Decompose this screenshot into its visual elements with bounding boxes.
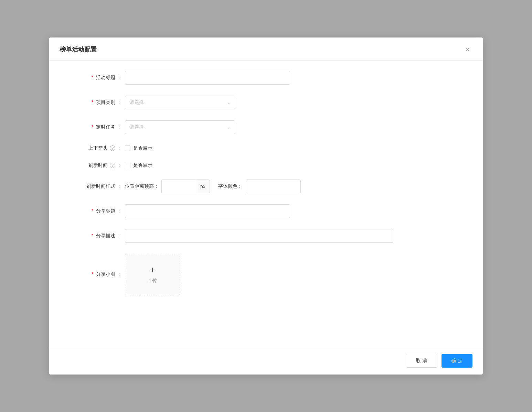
required-star-6: *	[92, 271, 93, 277]
share-img-label: * 分享小图 ：	[70, 271, 125, 278]
refresh-show-label: 是否展示	[133, 162, 152, 169]
close-button[interactable]: ×	[462, 44, 472, 55]
refresh-checkbox-group: 是否展示	[125, 162, 462, 169]
px-suffix: px	[196, 180, 210, 193]
refresh-style-row: 刷新时间样式 ： 位置距离顶部： px 字体颜色：	[70, 180, 462, 193]
arrow-help-icon[interactable]: ?	[110, 145, 115, 151]
dialog: 榜单活动配置 × * 活动标题 ： * 项目类别	[49, 37, 483, 375]
share-title-control	[125, 204, 462, 218]
project-type-label: * 项目类别 ：	[70, 99, 125, 106]
arrow-show-label: 是否展示	[133, 145, 152, 151]
project-type-placeholder: 请选择	[129, 99, 144, 106]
arrow-checkbox-group: 是否展示	[125, 145, 462, 151]
activity-title-input[interactable]	[125, 71, 290, 85]
required-star-2: *	[92, 99, 93, 105]
chevron-down-icon: ⌄	[227, 100, 231, 105]
refresh-style-inline: 位置距离顶部： px 字体颜色：	[125, 180, 462, 193]
arrow-label: 上下箭头 ? ：	[70, 145, 125, 151]
refresh-style-control: 位置距离顶部： px 字体颜色：	[125, 180, 462, 193]
activity-title-row: * 活动标题 ：	[70, 71, 462, 85]
project-type-control: 请选择 ⌄	[125, 96, 462, 109]
font-color-input[interactable]	[246, 180, 301, 193]
required-star: *	[92, 75, 93, 80]
refresh-style-label: 刷新时间样式 ：	[70, 183, 125, 189]
project-type-select[interactable]: 请选择 ⌄	[125, 96, 235, 109]
arrow-control: 是否展示	[125, 145, 462, 151]
refresh-checkbox[interactable]	[125, 163, 130, 168]
arrow-checkbox[interactable]	[125, 145, 130, 151]
share-desc-control	[125, 229, 462, 243]
dialog-header: 榜单活动配置 ×	[49, 37, 483, 61]
required-star-3: *	[92, 124, 93, 130]
upload-box[interactable]: + 上传	[125, 254, 180, 295]
required-star-5: *	[92, 233, 93, 238]
share-img-control: + 上传	[125, 254, 462, 295]
dialog-overlay: 榜单活动配置 × * 活动标题 ： * 项目类别	[0, 0, 532, 412]
share-title-label: * 分享标题 ：	[70, 208, 125, 214]
confirm-button[interactable]: 确 定	[441, 354, 472, 368]
position-top-input[interactable]	[161, 180, 196, 193]
share-desc-input[interactable]	[125, 229, 393, 243]
refresh-label: 刷新时间 ? ：	[70, 162, 125, 169]
chevron-down-icon-2: ⌄	[227, 125, 231, 130]
required-star-4: *	[92, 208, 93, 214]
refresh-row: 刷新时间 ? ： 是否展示	[70, 162, 462, 169]
scheduled-task-label: * 定时任务 ：	[70, 124, 125, 130]
share-desc-label: * 分享描述 ：	[70, 233, 125, 239]
dialog-title: 榜单活动配置	[60, 45, 97, 54]
upload-text: 上传	[148, 278, 157, 284]
dialog-footer: 取 消 确 定	[49, 348, 483, 375]
font-color-label: 字体颜色：	[218, 183, 242, 189]
scheduled-task-placeholder: 请选择	[129, 124, 144, 130]
cancel-button[interactable]: 取 消	[406, 354, 437, 368]
scheduled-task-control: 请选择 ⌄	[125, 120, 462, 134]
activity-title-label: * 活动标题 ：	[70, 75, 125, 81]
refresh-help-icon[interactable]: ?	[110, 163, 115, 168]
project-type-row: * 项目类别 ： 请选择 ⌄	[70, 96, 462, 109]
dialog-body: * 活动标题 ： * 项目类别 ： 请选择 ⌄	[49, 61, 483, 348]
share-desc-row: * 分享描述 ：	[70, 229, 462, 243]
activity-title-control	[125, 71, 462, 85]
scheduled-task-select[interactable]: 请选择 ⌄	[125, 120, 235, 134]
refresh-control: 是否展示	[125, 162, 462, 169]
share-img-row: * 分享小图 ： + 上传	[70, 254, 462, 295]
scheduled-task-row: * 定时任务 ： 请选择 ⌄	[70, 120, 462, 134]
share-title-row: * 分享标题 ：	[70, 204, 462, 218]
position-label: 位置距离顶部：	[125, 183, 159, 189]
arrow-row: 上下箭头 ? ： 是否展示	[70, 145, 462, 151]
upload-plus-icon: +	[150, 265, 155, 275]
share-title-input[interactable]	[125, 204, 290, 218]
